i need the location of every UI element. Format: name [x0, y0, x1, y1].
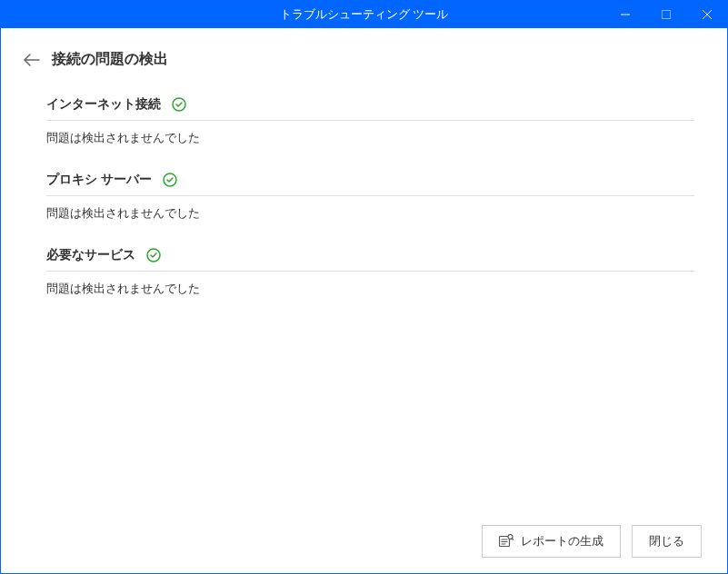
section-header: プロキシ サーバー	[46, 172, 694, 196]
section-required-services: 必要なサービス 問題は検出されませんでした	[46, 247, 694, 297]
back-button[interactable]	[23, 51, 41, 69]
sections-list: インターネット接続 問題は検出されませんでした プロキシ サーバー 問題は検出さ…	[23, 96, 694, 297]
check-success-icon	[172, 97, 186, 112]
generate-report-label: レポートの生成	[521, 533, 603, 549]
section-title: インターネット接続	[46, 96, 161, 113]
minimize-icon	[621, 10, 630, 19]
close-button[interactable]: 閉じる	[632, 525, 702, 558]
section-status: 問題は検出されませんでした	[46, 272, 694, 297]
back-arrow-icon	[24, 54, 40, 66]
check-success-icon	[163, 173, 177, 187]
content-area: 接続の問題の検出 インターネット接続 問題は検出されませんでした プロキシ サー…	[1, 28, 727, 510]
close-window-button[interactable]	[686, 1, 727, 28]
titlebar: トラブルシューティング ツール	[1, 1, 727, 28]
section-status: 問題は検出されませんでした	[46, 196, 694, 222]
close-label: 閉じる	[649, 533, 684, 549]
titlebar-controls	[604, 1, 727, 28]
section-header: 必要なサービス	[46, 247, 694, 272]
section-header: インターネット接続	[46, 96, 694, 121]
report-icon	[499, 534, 514, 549]
section-proxy-server: プロキシ サーバー 問題は検出されませんでした	[46, 172, 694, 222]
page-title: 接続の問題の検出	[52, 50, 168, 69]
minimize-button[interactable]	[604, 1, 645, 28]
maximize-icon	[662, 10, 671, 19]
footer: レポートの生成 閉じる	[1, 510, 727, 573]
section-internet-connection: インターネット接続 問題は検出されませんでした	[46, 96, 694, 146]
section-status: 問題は検出されませんでした	[46, 121, 694, 146]
close-icon	[703, 10, 712, 19]
section-title: 必要なサービス	[46, 247, 135, 263]
maximize-button[interactable]	[645, 1, 686, 28]
window-title: トラブルシューティング ツール	[280, 6, 449, 23]
app-window: トラブルシューティング ツール 接続の問題の検出	[0, 0, 728, 574]
svg-rect-1	[662, 11, 670, 19]
check-success-icon	[146, 248, 161, 262]
page-header: 接続の問題の検出	[23, 50, 694, 69]
section-title: プロキシ サーバー	[46, 172, 152, 188]
generate-report-button[interactable]: レポートの生成	[482, 525, 621, 558]
